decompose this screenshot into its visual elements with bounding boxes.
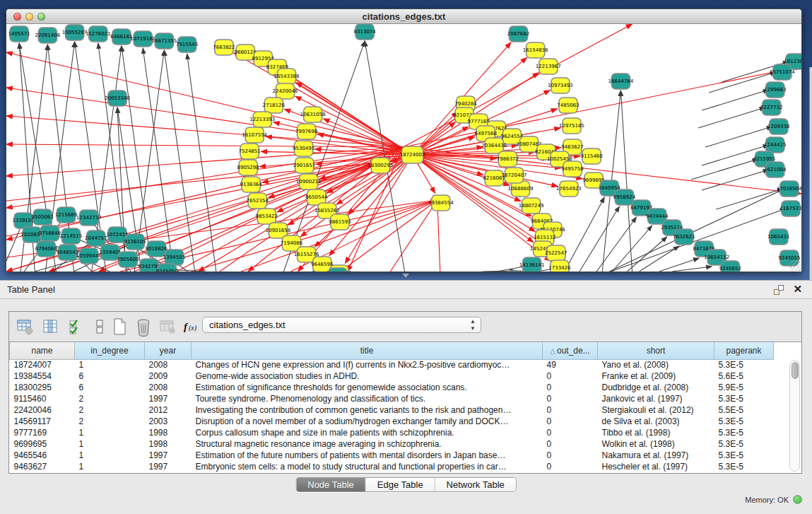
table-scrollbar-thumb[interactable] [792,362,799,379]
graph-node[interactable]: 7524851 [238,144,260,159]
table-cell[interactable]: Embryonic stem cells: a model to study s… [192,461,543,472]
graph-node[interactable]: 1394505 [163,250,185,265]
table-cell[interactable]: Jankovic et al. (1997) [598,393,714,404]
table-cell[interactable]: 5.6E-5 [714,370,774,382]
graph-node[interactable]: 16543388 [274,69,300,84]
graph-node[interactable]: 1733426 [548,260,571,271]
table-cell[interactable]: 0 [543,427,598,438]
graph-node[interactable]: 9115460 [580,148,602,164]
graph-node[interactable]: 7515545 [176,37,198,52]
table-row[interactable]: 946362711997Embryonic stem cells: a mode… [10,461,774,472]
column-header-out_de[interactable]: △out_de... [543,342,598,359]
graph-node[interactable]: 8505061 [32,209,54,225]
column-header-year[interactable]: year [145,342,192,359]
citation-edge-black[interactable] [702,90,769,110]
graph-node[interactable]: 16644784 [608,74,633,89]
delete-column-icon[interactable] [134,316,153,337]
float-window-icon[interactable] [774,285,784,295]
table-cell[interactable]: 1 [75,461,145,472]
graph-node[interactable]: 2901657 [293,158,315,173]
table-cell[interactable]: 2003 [145,416,192,427]
table-cell[interactable]: 2012 [145,404,192,416]
graph-node[interactable]: 15276021 [86,26,111,42]
graph-node[interactable]: 20053340 [105,90,130,106]
table-cell[interactable]: 9465546 [10,450,75,461]
table-cell[interactable]: 1997 [145,393,192,404]
table-cell[interactable]: Structural magnetic resonance image aver… [192,438,543,450]
table-cell[interactable]: 5.3E-5 [714,461,774,472]
graph-node[interactable]: 22091406 [35,28,60,43]
graph-node[interactable]: 1215689 [55,207,77,223]
citation-edge-black[interactable] [579,206,619,271]
table-cell[interactable]: 0 [543,382,598,393]
graph-node[interactable]: 7986372 [497,151,519,167]
graph-node[interactable]: 9046543 [57,245,78,260]
graph-node[interactable]: 10900211 [296,174,322,189]
citation-edge-black[interactable] [611,209,786,271]
graph-node[interactable]: 15751074 [770,64,795,80]
graph-node[interactable]: 18720407 [502,168,527,183]
table-cell[interactable]: 14569117 [10,416,75,427]
show-columns-icon[interactable] [40,316,60,337]
panel-divider-grip[interactable] [402,274,409,278]
column-header-pagerank[interactable]: pagerank [714,342,774,359]
table-cell[interactable]: 0 [543,416,598,427]
table-row[interactable]: 1872400712008Changes of HCN gene express… [10,359,774,370]
graph-node[interactable]: 1621004 [764,162,787,177]
graph-node[interactable]: 2087682 [507,26,529,42]
close-window-button[interactable] [13,13,21,21]
table-cell[interactable]: Yano et al. (2008) [598,359,714,370]
table-row[interactable]: 2242004622012Investigating the contribut… [10,404,774,416]
tab-node-table[interactable]: Node Table [296,478,366,491]
zoom-window-button[interactable] [37,13,45,21]
citation-edge-black[interactable] [612,226,652,271]
citation-edge-black[interactable] [620,90,632,271]
column-header-name[interactable]: name [10,342,75,359]
graph-node[interactable]: 16107554 [242,127,267,143]
table-cell[interactable]: Tourette syndrome. Phenomenology and cla… [192,393,543,404]
graph-node[interactable]: 2718126 [263,98,286,113]
table-cell[interactable]: 5.3E-5 [714,438,774,450]
graph-node[interactable]: 1167533 [779,201,801,216]
table-cell[interactable]: Franke et al. (2009) [598,370,714,382]
citation-edge-red[interactable] [6,88,403,147]
table-cell[interactable]: 9115460 [10,393,75,404]
table-cell[interactable]: Genome-wide association studies in ADHD. [192,370,543,382]
table-cell[interactable]: 18300295 [10,382,75,393]
graph-node[interactable]: 14136141 [519,257,545,271]
delete-table-icon[interactable] [158,316,177,337]
row-height-icon[interactable] [90,316,110,337]
graph-node[interactable]: 1065431 [767,229,789,245]
graph-node[interactable]: 10599444 [76,248,102,264]
table-cell[interactable]: 22420046 [10,404,75,416]
table-cell[interactable]: Investigating the contribution of common… [192,404,543,416]
table-cell[interactable]: 0 [543,450,598,461]
graph-node[interactable]: 7905600 [117,252,139,267]
table-cell[interactable]: 2 [75,393,145,404]
graph-node[interactable]: 2522547 [545,245,567,261]
table-cell[interactable]: 5.5E-5 [714,404,774,416]
table-cell[interactable]: 5.3E-5 [714,427,774,438]
graph-node[interactable]: 18807249 [519,198,544,214]
table-cell[interactable]: 2 [75,416,145,427]
table-mode-icon[interactable] [15,316,35,337]
table-row[interactable]: 969969511998Structural magnetic resonanc… [10,438,774,450]
table-cell[interactable]: Hescheler et al. (1997) [598,461,714,472]
graph-node[interactable]: 10631058 [300,107,326,122]
window-resize-grip[interactable] [790,260,801,271]
graph-node[interactable]: 12213967 [536,59,561,74]
table-cell[interactable]: 2009 [145,370,192,382]
graph-node[interactable]: 9853422 [256,209,278,224]
graph-node[interactable]: 16154838 [523,42,548,58]
table-cell[interactable]: 5.3E-5 [714,359,774,370]
table-row[interactable]: 977716911998Corpus callosum shape and si… [10,427,774,438]
graph-node[interactable]: 16671355 [151,33,177,49]
table-cell[interactable]: Stergiakouli et al. (2012) [598,404,714,416]
graph-node[interactable]: 6466161 [110,29,132,45]
graph-node[interactable]: 9245652 [719,261,741,271]
graph-node[interactable]: 19384554 [428,195,454,211]
table-cell[interactable]: 1 [75,427,145,438]
table-cell[interactable]: 1997 [145,450,192,461]
table-cell[interactable]: 0 [543,370,598,382]
table-cell[interactable]: 2008 [145,382,192,393]
